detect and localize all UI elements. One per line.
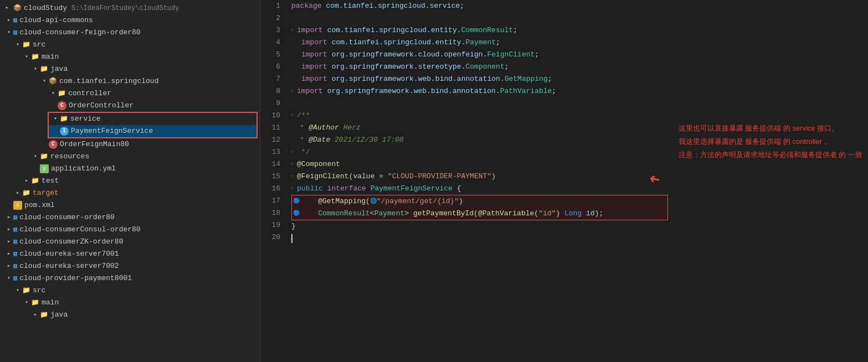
sidebar-item-PaymentFeignService[interactable]: I PaymentFeignService <box>49 125 256 137</box>
sidebar-item-service[interactable]: 📁 service <box>49 113 256 125</box>
file-label: OrderController <box>69 100 133 111</box>
folder-label: java <box>50 309 68 320</box>
folder-label: target <box>33 188 59 199</box>
sidebar-item-package[interactable]: 📦 com.tianfei.springcloud <box>0 75 260 87</box>
chevron-icon <box>4 212 13 223</box>
sidebar-item-OrderController[interactable]: C OrderController <box>0 100 260 112</box>
sidebar-item-main2[interactable]: 📁 main <box>0 297 260 309</box>
line-numbers: 1 2 3 4 5 6 7 8 9 10 11 12 13 14 15 16 1… <box>260 0 287 362</box>
folder-label: src <box>33 285 45 296</box>
sidebar-item-target[interactable]: 📁 target <box>0 187 260 199</box>
sidebar-item-pom[interactable]: x pom.xml <box>0 199 260 211</box>
code-line-4: import com.tianfei.springcloud.entity.Pa… <box>291 37 868 49</box>
module-label: cloud-eureka-server7002 <box>19 261 119 272</box>
project-name: cloudStudy <box>24 3 67 14</box>
module-label: cloud-consumerZK-order80 <box>19 236 123 247</box>
chevron-icon <box>22 175 31 187</box>
file-label: OrderFeignMain80 <box>60 139 129 150</box>
sidebar-item-java[interactable]: 📁 java <box>0 63 260 75</box>
xml-icon: x <box>13 201 22 210</box>
module-label: cloud-consumer-feign-order80 <box>19 27 140 38</box>
chevron-icon <box>4 261 13 272</box>
chevron-icon <box>13 188 22 199</box>
chevron-icon <box>4 27 13 38</box>
file-label: PaymentFeignService <box>71 126 153 137</box>
sidebar-item-payment8001[interactable]: ▦ cloud-provider-payment8001 <box>0 272 260 285</box>
code-line-17: 🔵 @GetMapping(🌐"/payment/get/{id}") <box>293 195 666 208</box>
chevron-icon <box>49 88 58 99</box>
sidebar-item-main[interactable]: 📁 main <box>0 51 260 63</box>
code-line-3: ⊢import com.tianfei.springcloud.entity.C… <box>291 24 868 37</box>
code-line-16: ⊢public interface PaymentFeignService { <box>291 183 868 195</box>
folder-label: main <box>42 51 59 63</box>
project-path: S:\IdeaForStudey\cloudStudy <box>71 3 179 14</box>
code-line-18: 🔵 CommonResult<Payment> getPaymentById(@… <box>293 208 666 220</box>
class-icon: C <box>58 101 66 110</box>
sidebar-item-resources[interactable]: 📁 resources <box>0 151 260 163</box>
chevron-icon <box>31 309 40 320</box>
code-editor[interactable]: 1 2 3 4 5 6 7 8 9 10 11 12 13 14 15 16 1… <box>260 0 868 362</box>
folder-label: resources <box>50 151 89 162</box>
sidebar-item-controller[interactable]: 📁 controller <box>0 87 260 100</box>
sidebar-item-application-yml[interactable]: y application.yml <box>0 163 260 175</box>
code-line-7: import org.springframework.web.bind.anno… <box>291 73 868 85</box>
module-label: cloud-consumerConsul-order80 <box>19 224 140 235</box>
folder-label: java <box>50 64 68 75</box>
yml-icon: y <box>40 164 49 173</box>
code-line-2 <box>291 12 868 24</box>
interface-icon: I <box>60 127 69 136</box>
sidebar-item-src[interactable]: 📁 src <box>0 39 260 51</box>
module-label: cloud-provider-payment8001 <box>19 273 132 284</box>
chevron-icon <box>4 249 13 260</box>
code-line-19: } <box>291 220 868 232</box>
code-line-11: * @Author Herz <box>291 122 868 134</box>
sidebar-item-zk-order80[interactable]: ▦ cloud-consumerZK-order80 <box>0 236 260 248</box>
sidebar-item-test[interactable]: 📁 test <box>0 175 260 187</box>
chevron-icon <box>51 113 60 125</box>
chevron-icon <box>31 64 40 75</box>
file-tree[interactable]: 📦 cloudStudy S:\IdeaForStudey\cloudStudy… <box>0 0 260 362</box>
folder-label: test <box>42 175 59 187</box>
sidebar-item-feign-order80[interactable]: ▦ cloud-consumer-feign-order80 <box>0 27 260 39</box>
module-label: cloud-consumer-order80 <box>19 212 115 223</box>
chevron-icon <box>40 76 49 87</box>
code-line-14: ⊢@Component <box>291 158 868 170</box>
code-line-13: ⊢ */ <box>291 146 868 158</box>
sidebar-item-OrderFeignMain80[interactable]: C OrderFeignMain80 <box>0 138 260 151</box>
chevron-icon <box>13 285 22 296</box>
folder-label: src <box>33 39 45 50</box>
folder-label: controller <box>68 88 111 99</box>
code-line-5: import org.springframework.cloud.openfei… <box>291 49 868 61</box>
code-line-12: * @Date 2021/12/30 17:08 <box>291 134 868 146</box>
sidebar-item-consumer-order80[interactable]: ▦ cloud-consumer-order80 <box>0 211 260 224</box>
folder-label: main <box>42 297 59 308</box>
code-line-1: package com.tianfei.springcloud.service; <box>291 0 868 12</box>
code-content[interactable]: package com.tianfei.springcloud.service;… <box>287 0 868 362</box>
chevron-icon <box>22 51 31 63</box>
code-line-8: ⊢import org.springframework.web.bind.ann… <box>291 85 868 97</box>
sidebar-item-consul-order80[interactable]: ▦ cloud-consumerConsul-order80 <box>0 224 260 236</box>
chevron-icon <box>13 39 22 50</box>
code-line-6: import org.springframework.stereotype.Co… <box>291 61 868 73</box>
module-label: cloud-api-commons <box>19 15 93 26</box>
chevron-icon <box>4 236 13 247</box>
folder-label: service <box>70 113 101 125</box>
sidebar-item-src2[interactable]: 📁 src <box>0 285 260 297</box>
chevron-icon <box>22 297 31 308</box>
sidebar-item-java2[interactable]: 📁 java <box>0 309 260 321</box>
sidebar-item-eureka7001[interactable]: ▦ cloud-eureka-server7001 <box>0 248 260 260</box>
project-arrow <box>2 3 11 14</box>
sidebar-item-eureka7002[interactable]: ▦ cloud-eureka-server7002 <box>0 260 260 272</box>
chevron-icon <box>4 273 13 284</box>
code-line-20 <box>291 232 868 245</box>
module-label: cloud-eureka-server7001 <box>19 249 119 260</box>
code-line-15: ⊢@FeignClient(value = "CLOUD-PROVIDER-PA… <box>291 170 868 183</box>
chevron-icon <box>4 15 13 26</box>
chevron-icon <box>4 224 13 235</box>
project-header: 📦 cloudStudy S:\IdeaForStudey\cloudStudy <box>0 2 260 14</box>
class-icon: C <box>49 140 58 149</box>
file-label: pom.xml <box>24 200 55 211</box>
file-label: application.yml <box>51 163 116 174</box>
chevron-icon <box>31 151 40 162</box>
sidebar-item-cloud-api-commons[interactable]: ▦ cloud-api-commons <box>0 14 260 27</box>
